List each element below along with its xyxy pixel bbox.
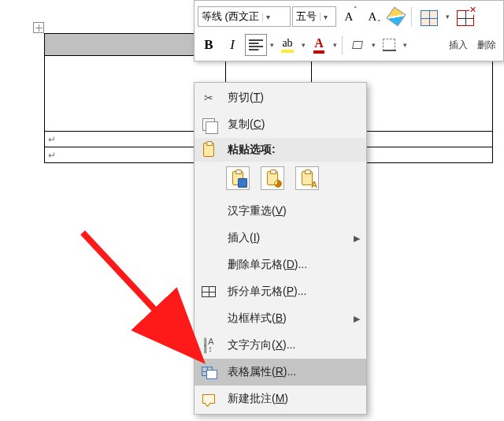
shrink-font-button[interactable]: A [361,6,384,28]
chevron-down-icon[interactable]: ▾ [370,41,376,49]
highlight-button[interactable]: ab [276,34,298,56]
clipboard-arrow-icon [267,171,278,185]
borders-button[interactable] [378,34,400,56]
paste-merge-button[interactable] [261,166,284,190]
font-size-value: 五号 [293,9,320,24]
menu-delete-cells[interactable]: 删除单元格(D)... [195,251,366,278]
paragraph-mark-icon: ↵ [48,134,56,145]
align-icon [249,39,263,50]
comment-icon [196,394,221,404]
table-properties-icon [196,367,221,378]
menu-text-direction[interactable]: ∥A∥↕ 文字方向(X)... [195,332,366,359]
chevron-down-icon[interactable]: ▾ [402,41,408,49]
bucket-icon [351,39,364,50]
shading-button[interactable] [346,34,369,56]
scissors-icon [196,91,221,104]
menu-label: 表格属性(R)... [228,365,360,379]
toolbar-row-1: 等线 (西文正 ▾ 五号 ▾ A A ▾ [198,2,500,31]
menu-split-cells[interactable]: 拆分单元格(P)... [195,278,366,305]
chevron-down-icon[interactable]: ▾ [444,13,450,20]
separator [342,35,343,54]
menu-new-comment[interactable]: 新建批注(M) [195,386,366,412]
bold-button[interactable]: B [198,34,220,56]
font-name-value: 等线 (西文正 [198,9,262,24]
menu-table-properties[interactable]: 表格属性(R)... [195,359,366,386]
shrink-font-icon: A [369,10,377,24]
menu-ime-reconvert[interactable]: 汉字重选(V) [195,198,366,225]
context-menu: 剪切(T) 复制(C) 粘贴选项: 汉字重选(V) 插入(I) ▶ 删除单元格(… [194,82,367,415]
format-painter-button[interactable] [385,6,407,28]
brush-icon [386,6,406,26]
separator [411,7,412,26]
menu-cut[interactable]: 剪切(T) [195,84,366,111]
table-delete-icon [457,10,474,26]
font-size-combo[interactable]: 五号 ▾ [292,6,336,27]
chevron-right-icon: ▶ [354,233,360,244]
menu-label: 插入(I) [228,231,347,245]
font-color-button[interactable]: A [308,34,330,56]
paragraph-mark-icon: ↵ [48,150,56,161]
mini-toolbar: 等线 (西文正 ▾ 五号 ▾ A A ▾ B I ▾ ab ▾ A ▾ ▾ ▾ [194,0,504,61]
menu-label: 边框样式(B) [228,311,347,326]
menu-label: 粘贴选项: [228,143,360,157]
insert-table-button[interactable] [416,7,443,26]
clipboard-a-icon [302,171,313,185]
grow-font-button[interactable]: A [338,6,360,28]
menu-label: 汉字重选(V) [228,204,360,218]
menu-paste-options-header: 粘贴选项: [195,138,366,162]
table-move-handle[interactable] [33,22,44,33]
chevron-down-icon: ▾ [320,13,331,21]
font-color-icon: A [313,36,324,54]
menu-copy[interactable]: 复制(C) [195,111,366,138]
menu-insert[interactable]: 插入(I) ▶ [195,225,366,251]
menu-border-styles[interactable]: 边框样式(B) ▶ [195,305,366,332]
toolbar-row-2: B I ▾ ab ▾ A ▾ ▾ ▾ 插入 删除 [198,31,500,59]
text-direction-icon: ∥A∥↕ [196,338,221,352]
menu-label: 删除单元格(D)... [228,258,360,272]
italic-button[interactable]: I [221,34,243,56]
menu-label: 拆分单元格(P)... [228,285,360,299]
menu-label: 新建批注(M) [228,392,360,406]
menu-label: 复制(C) [228,117,360,132]
chevron-down-icon[interactable]: ▾ [269,41,275,49]
paste-options-row [195,162,366,198]
table-grid-icon [421,10,438,26]
chevron-right-icon: ▶ [354,314,360,324]
delete-label: 删除 [473,39,500,52]
paste-keep-source-button[interactable] [226,166,250,190]
chevron-down-icon[interactable]: ▾ [300,41,306,49]
split-cells-icon [196,286,221,297]
chevron-down-icon[interactable]: ▾ [332,41,338,49]
grow-font-icon: A [345,10,354,24]
menu-label: 剪切(T) [228,91,360,105]
bold-icon: B [204,37,213,53]
font-name-combo[interactable]: 等线 (西文正 ▾ [198,6,291,27]
italic-icon: I [230,37,235,53]
insert-label: 插入 [445,39,472,52]
border-icon [383,39,395,51]
copy-icon [196,118,221,131]
clipboard-brush-icon [232,171,243,185]
menu-label: 文字方向(X)... [228,338,360,352]
paste-text-only-button[interactable] [295,166,319,190]
align-button[interactable] [245,34,267,56]
delete-table-button[interactable] [452,7,479,26]
highlight-icon: ab [281,37,293,53]
chevron-down-icon: ▾ [262,13,273,21]
clipboard-icon [196,143,221,157]
